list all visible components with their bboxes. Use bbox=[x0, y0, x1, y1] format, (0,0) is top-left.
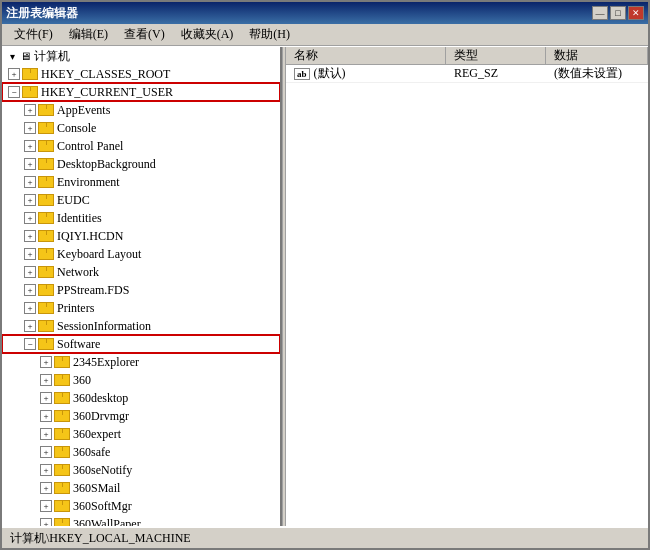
title-bar-buttons: — □ ✕ bbox=[592, 6, 644, 20]
folder-icon-360smail bbox=[54, 482, 70, 494]
folder-icon-iqiyi bbox=[38, 230, 54, 242]
tree-item-2345explorer[interactable]: +2345Explorer bbox=[2, 353, 280, 371]
status-bar: 计算机\HKEY_LOCAL_MACHINE bbox=[2, 526, 648, 548]
expand-icon-iqiyi[interactable]: + bbox=[24, 230, 36, 242]
tree-item-computer[interactable]: ▾🖥计算机 bbox=[2, 47, 280, 65]
reg-name-text-0: (默认) bbox=[314, 65, 346, 82]
expand-icon-console[interactable]: + bbox=[24, 122, 36, 134]
expand-icon-environment[interactable]: + bbox=[24, 176, 36, 188]
expand-icon-360[interactable]: + bbox=[40, 374, 52, 386]
tree-label-2345explorer: 2345Explorer bbox=[73, 355, 139, 370]
right-panel: 名称 类型 数据 ab(默认)REG_SZ(数值未设置) bbox=[286, 47, 648, 526]
expand-icon-360smail[interactable]: + bbox=[40, 482, 52, 494]
tree-item-hkcu[interactable]: −HKEY_CURRENT_USER bbox=[2, 83, 280, 101]
tree-item-identities[interactable]: +Identities bbox=[2, 209, 280, 227]
tree-label-360senotify: 360seNotify bbox=[73, 463, 132, 478]
maximize-button[interactable]: □ bbox=[610, 6, 626, 20]
col-header-name: 名称 bbox=[286, 47, 446, 64]
tree-item-iqiyi[interactable]: +IQIYI.HCDN bbox=[2, 227, 280, 245]
expand-icon-software[interactable]: − bbox=[24, 338, 36, 350]
tree-item-360smail[interactable]: +360SMail bbox=[2, 479, 280, 497]
menu-item-3[interactable]: 收藏夹(A) bbox=[173, 24, 242, 45]
tree-item-software[interactable]: −Software bbox=[2, 335, 280, 353]
tree-label-network: Network bbox=[57, 265, 99, 280]
expand-icon-ppstream[interactable]: + bbox=[24, 284, 36, 296]
tree-item-360expert[interactable]: +360expert bbox=[2, 425, 280, 443]
expand-icon-360wallpaper[interactable]: + bbox=[40, 518, 52, 526]
folder-icon-keyboard bbox=[38, 248, 54, 260]
menu-item-4[interactable]: 帮助(H) bbox=[241, 24, 298, 45]
tree-label-hkcu: HKEY_CURRENT_USER bbox=[41, 85, 173, 100]
tree-item-desktopbg[interactable]: +DesktopBackground bbox=[2, 155, 280, 173]
tree-item-360desktop[interactable]: +360desktop bbox=[2, 389, 280, 407]
tree-item-360safe[interactable]: +360safe bbox=[2, 443, 280, 461]
tree-label-console: Console bbox=[57, 121, 96, 136]
tree-item-network[interactable]: +Network bbox=[2, 263, 280, 281]
col-header-type: 类型 bbox=[446, 47, 546, 64]
folder-icon-appevents bbox=[38, 104, 54, 116]
tree-item-printers[interactable]: +Printers bbox=[2, 299, 280, 317]
minimize-button[interactable]: — bbox=[592, 6, 608, 20]
folder-icon-hkcr bbox=[22, 68, 38, 80]
tree-item-hkcr[interactable]: +HKEY_CLASSES_ROOT bbox=[2, 65, 280, 83]
folder-icon-360wallpaper bbox=[54, 518, 70, 526]
tree-label-360: 360 bbox=[73, 373, 91, 388]
tree-item-ppstream[interactable]: +PPStream.FDS bbox=[2, 281, 280, 299]
expand-icon-desktopbg[interactable]: + bbox=[24, 158, 36, 170]
expand-icon-hkcr[interactable]: + bbox=[8, 68, 20, 80]
tree-item-360softmgr[interactable]: +360SoftMgr bbox=[2, 497, 280, 515]
expand-icon-computer[interactable]: ▾ bbox=[6, 50, 18, 62]
expand-icon-360desktop[interactable]: + bbox=[40, 392, 52, 404]
tree-item-keyboard[interactable]: +Keyboard Layout bbox=[2, 245, 280, 263]
expand-icon-2345explorer[interactable]: + bbox=[40, 356, 52, 368]
folder-icon-eudc bbox=[38, 194, 54, 206]
tree-item-environment[interactable]: +Environment bbox=[2, 173, 280, 191]
menu-item-1[interactable]: 编辑(E) bbox=[61, 24, 116, 45]
expand-icon-controlpanel[interactable]: + bbox=[24, 140, 36, 152]
expand-icon-appevents[interactable]: + bbox=[24, 104, 36, 116]
folder-icon-360senotify bbox=[54, 464, 70, 476]
registry-row-0[interactable]: ab(默认)REG_SZ(数值未设置) bbox=[286, 65, 648, 83]
tree-label-360softmgr: 360SoftMgr bbox=[73, 499, 132, 514]
tree-item-360drvmgr[interactable]: +360Drvmgr bbox=[2, 407, 280, 425]
tree-panel[interactable]: ▾🖥计算机+HKEY_CLASSES_ROOT−HKEY_CURRENT_USE… bbox=[2, 47, 282, 526]
menu-item-2[interactable]: 查看(V) bbox=[116, 24, 173, 45]
expand-icon-printers[interactable]: + bbox=[24, 302, 36, 314]
tree-label-software: Software bbox=[57, 337, 100, 352]
window-title: 注册表编辑器 bbox=[6, 5, 78, 22]
folder-icon-360 bbox=[54, 374, 70, 386]
tree-item-controlpanel[interactable]: +Control Panel bbox=[2, 137, 280, 155]
tree-item-360[interactable]: +360 bbox=[2, 371, 280, 389]
folder-icon-360softmgr bbox=[54, 500, 70, 512]
expand-icon-network[interactable]: + bbox=[24, 266, 36, 278]
tree-label-360expert: 360expert bbox=[73, 427, 121, 442]
expand-icon-360safe[interactable]: + bbox=[40, 446, 52, 458]
menu-item-0[interactable]: 文件(F) bbox=[6, 24, 61, 45]
expand-icon-360drvmgr[interactable]: + bbox=[40, 410, 52, 422]
expand-icon-eudc[interactable]: + bbox=[24, 194, 36, 206]
tree-label-keyboard: Keyboard Layout bbox=[57, 247, 141, 262]
tree-item-eudc[interactable]: +EUDC bbox=[2, 191, 280, 209]
folder-icon-console bbox=[38, 122, 54, 134]
expand-icon-360expert[interactable]: + bbox=[40, 428, 52, 440]
tree-item-console[interactable]: +Console bbox=[2, 119, 280, 137]
folder-icon-hkcu bbox=[22, 86, 38, 98]
tree-item-360senotify[interactable]: +360seNotify bbox=[2, 461, 280, 479]
expand-icon-360senotify[interactable]: + bbox=[40, 464, 52, 476]
expand-icon-identities[interactable]: + bbox=[24, 212, 36, 224]
title-bar: 注册表编辑器 — □ ✕ bbox=[2, 2, 648, 24]
tree-item-360wallpaper[interactable]: +360WallPaper bbox=[2, 515, 280, 526]
expand-icon-keyboard[interactable]: + bbox=[24, 248, 36, 260]
tree-label-360smail: 360SMail bbox=[73, 481, 120, 496]
folder-icon-360safe bbox=[54, 446, 70, 458]
tree-item-sessioninfo[interactable]: +SessionInformation bbox=[2, 317, 280, 335]
tree-item-appevents[interactable]: +AppEvents bbox=[2, 101, 280, 119]
folder-icon-software bbox=[38, 338, 54, 350]
tree-label-eudc: EUDC bbox=[57, 193, 90, 208]
expand-icon-360softmgr[interactable]: + bbox=[40, 500, 52, 512]
col-header-data: 数据 bbox=[546, 47, 648, 64]
expand-icon-hkcu[interactable]: − bbox=[8, 86, 20, 98]
expand-icon-sessioninfo[interactable]: + bbox=[24, 320, 36, 332]
close-button[interactable]: ✕ bbox=[628, 6, 644, 20]
folder-icon-desktopbg bbox=[38, 158, 54, 170]
